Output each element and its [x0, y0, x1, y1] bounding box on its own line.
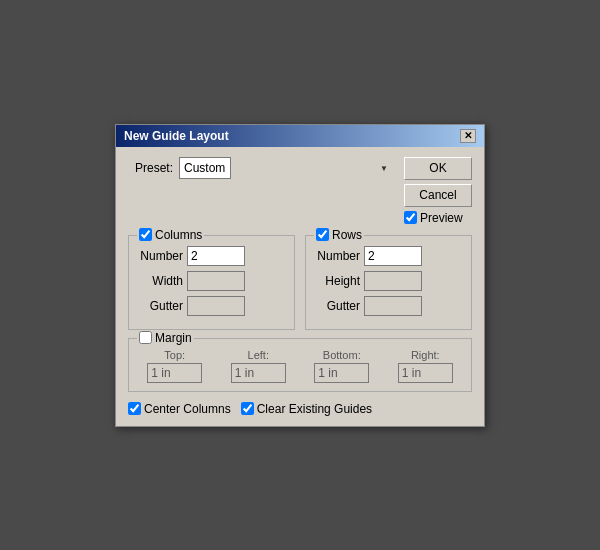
margin-bottom-label: Bottom: — [323, 349, 361, 361]
clear-guides-text: Clear Existing Guides — [257, 402, 372, 416]
rows-gutter-input[interactable] — [364, 296, 422, 316]
preview-checkbox-label[interactable]: Preview — [404, 211, 472, 225]
close-button[interactable]: ✕ — [460, 129, 476, 143]
columns-title: Columns — [137, 228, 204, 242]
cancel-button[interactable]: Cancel — [404, 184, 472, 207]
preset-label: Preset: — [128, 161, 173, 175]
margin-checkbox[interactable] — [139, 331, 152, 344]
rows-height-input[interactable] — [364, 271, 422, 291]
title-bar: New Guide Layout ✕ — [116, 125, 484, 147]
center-columns-checkbox[interactable] — [128, 402, 141, 415]
columns-width-input[interactable] — [187, 271, 245, 291]
rows-title: Rows — [314, 228, 364, 242]
clear-guides-label[interactable]: Clear Existing Guides — [241, 402, 372, 416]
columns-gutter-input[interactable] — [187, 296, 245, 316]
button-group: OK Cancel Preview — [404, 157, 472, 225]
columns-checkbox[interactable] — [139, 228, 152, 241]
preview-label: Preview — [420, 211, 463, 225]
margin-left-group: Left: — [221, 349, 297, 383]
margin-left-input[interactable] — [231, 363, 286, 383]
rows-number-row: Number — [314, 246, 463, 266]
columns-label: Columns — [155, 228, 202, 242]
margin-bottom-input[interactable] — [314, 363, 369, 383]
dialog: New Guide Layout ✕ Preset: Custom OK Can… — [115, 124, 485, 427]
preset-select[interactable]: Custom — [179, 157, 231, 179]
margin-label: Margin — [155, 331, 192, 345]
margin-section: Margin Top: Left: Bottom: Right: — [128, 338, 472, 392]
preview-checkbox[interactable] — [404, 211, 417, 224]
bottom-checkboxes: Center Columns Clear Existing Guides — [128, 400, 472, 416]
rows-checkbox[interactable] — [316, 228, 329, 241]
columns-group: Columns Number Width Gutter — [128, 235, 295, 330]
columns-gutter-row: Gutter — [137, 296, 286, 316]
columns-number-input[interactable] — [187, 246, 245, 266]
rows-number-input[interactable] — [364, 246, 422, 266]
margin-top-label: Top: — [164, 349, 185, 361]
margin-right-label: Right: — [411, 349, 440, 361]
columns-width-row: Width — [137, 271, 286, 291]
margin-fields: Top: Left: Bottom: Right: — [137, 349, 463, 383]
margin-bottom-group: Bottom: — [304, 349, 380, 383]
columns-number-row: Number — [137, 246, 286, 266]
rows-height-label: Height — [314, 274, 360, 288]
ok-button[interactable]: OK — [404, 157, 472, 180]
rows-number-label: Number — [314, 249, 360, 263]
columns-number-label: Number — [137, 249, 183, 263]
preset-select-wrapper[interactable]: Custom — [179, 157, 392, 179]
margin-right-input[interactable] — [398, 363, 453, 383]
rows-gutter-label: Gutter — [314, 299, 360, 313]
clear-guides-checkbox[interactable] — [241, 402, 254, 415]
columns-rows-section: Columns Number Width Gutter — [128, 235, 472, 330]
center-columns-text: Center Columns — [144, 402, 231, 416]
rows-group: Rows Number Height Gutter — [305, 235, 472, 330]
margin-right-group: Right: — [388, 349, 464, 383]
columns-gutter-label: Gutter — [137, 299, 183, 313]
margin-left-label: Left: — [248, 349, 269, 361]
dialog-title: New Guide Layout — [124, 129, 229, 143]
columns-width-label: Width — [137, 274, 183, 288]
rows-label: Rows — [332, 228, 362, 242]
margin-top-group: Top: — [137, 349, 213, 383]
center-columns-label[interactable]: Center Columns — [128, 402, 231, 416]
dialog-body: Preset: Custom OK Cancel Preview — [116, 147, 484, 426]
rows-gutter-row: Gutter — [314, 296, 463, 316]
margin-top-input[interactable] — [147, 363, 202, 383]
rows-height-row: Height — [314, 271, 463, 291]
margin-title: Margin — [137, 331, 194, 345]
